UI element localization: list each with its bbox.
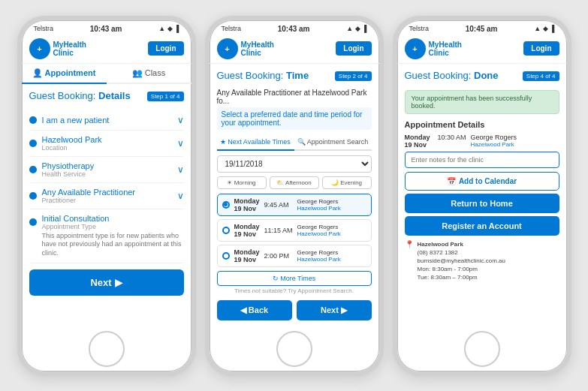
slot-item-1[interactable]: Monday 19 Nov 11:15 AM George Rogers Haz… bbox=[217, 219, 372, 242]
form-item-appt-type[interactable]: Initial Consultation Appointment Type Th… bbox=[29, 209, 184, 263]
logo-2: + MyHealth Clinic bbox=[217, 38, 274, 59]
chevron-down-icon: ∨ bbox=[177, 138, 184, 149]
phone-1: Telstra 10:43 am ▲ ◆ ▐ + MyHealth Clinic… bbox=[17, 16, 196, 376]
time-filters: ☀ Morning ⛅ Afternoon 🌙 Evening bbox=[217, 176, 372, 189]
form-item-new-patient[interactable]: I am a new patient ∨ bbox=[29, 110, 184, 131]
star-icon: ★ bbox=[220, 138, 226, 146]
app-header-2: + MyHealth Clinic Login bbox=[210, 35, 379, 64]
location-pin-icon: 📍 bbox=[405, 240, 414, 248]
logo-icon-3: + bbox=[405, 38, 426, 59]
logo-3: + MyHealth Clinic bbox=[405, 38, 462, 59]
login-button-1[interactable]: Login bbox=[148, 41, 183, 56]
radio-1[interactable] bbox=[222, 227, 230, 234]
form-dot bbox=[29, 140, 37, 147]
appt-details-heading: Appointment Details bbox=[405, 120, 559, 129]
time-tab-bar: ★ Next Available Times 🔍 Appointment Sea… bbox=[217, 134, 372, 151]
return-home-button[interactable]: Return to Home bbox=[405, 194, 559, 213]
carrier-1: Telstra bbox=[34, 25, 54, 32]
chevron-down-icon: ∨ bbox=[177, 164, 184, 175]
app-header-1: + MyHealth Clinic Login bbox=[22, 35, 191, 64]
logo-icon-2: + bbox=[217, 38, 238, 59]
screen-body-2: Guest Booking: Time Step 2 of 4 Any Avai… bbox=[210, 64, 379, 326]
battery-icons-2: ▲ ◆ ▐ bbox=[346, 25, 366, 32]
slot-list: Monday 19 Nov 9:45 AM George Rogers Haze… bbox=[217, 194, 372, 268]
slot-item-0[interactable]: Monday 19 Nov 9:45 AM George Rogers Haze… bbox=[217, 194, 372, 216]
not-suitable-text: Times not suitable? Try Appointment Sear… bbox=[217, 287, 372, 294]
search-icon: 🔍 bbox=[297, 138, 306, 146]
phone-3-content: + MyHealth Clinic Login Guest Booking: D… bbox=[397, 35, 567, 326]
step-badge-3: Step 4 of 4 bbox=[523, 71, 559, 81]
logo-1: + MyHealth Clinic bbox=[29, 38, 86, 59]
success-banner: Your appointment has been successfully b… bbox=[405, 90, 559, 114]
tab-appointment-search[interactable]: 🔍 Appointment Search bbox=[294, 134, 372, 151]
time-2: 10:43 am bbox=[278, 25, 310, 33]
notes-input[interactable] bbox=[405, 152, 559, 168]
chevron-down-icon: ∨ bbox=[177, 191, 184, 201]
step-badge-2: Step 2 of 4 bbox=[335, 71, 372, 81]
radio-0[interactable] bbox=[222, 201, 230, 209]
booking-heading-2: Guest Booking: Time bbox=[217, 70, 309, 81]
home-button-1[interactable] bbox=[89, 331, 125, 367]
phone-2: Telstra 10:43 am ▲ ◆ ▐ + MyHealth Clinic… bbox=[205, 16, 384, 376]
more-times-button[interactable]: ↻ More Times bbox=[217, 271, 372, 286]
login-button-3[interactable]: Login bbox=[523, 41, 559, 56]
home-button-3[interactable] bbox=[464, 331, 500, 367]
next-button-2[interactable]: Next ▶ bbox=[297, 300, 372, 320]
group-icon: 👥 bbox=[132, 68, 143, 78]
phones-container: Telstra 10:43 am ▲ ◆ ▐ + MyHealth Clinic… bbox=[5, 4, 583, 388]
add-calendar-button[interactable]: 📅 Add to Calendar bbox=[405, 172, 559, 191]
logo-icon-1: + bbox=[29, 38, 50, 59]
form-item-service[interactable]: Physiotherapy Health Service ∨ bbox=[29, 157, 184, 183]
back-next-bar: ◀ Back Next ▶ bbox=[217, 300, 372, 320]
register-account-button[interactable]: Register an Account bbox=[405, 216, 559, 236]
select-text: Select a preferred date and time period … bbox=[217, 107, 372, 130]
tab-bar-1: 👤 Appointment 👥 Class bbox=[22, 64, 191, 84]
date-select[interactable]: 19/11/2018 bbox=[217, 155, 372, 173]
cloud-icon: ⛅ bbox=[276, 179, 284, 186]
form-dot bbox=[29, 218, 37, 226]
home-button-2[interactable] bbox=[276, 331, 312, 367]
tab-next-available[interactable]: ★ Next Available Times bbox=[217, 134, 294, 151]
battery-icons-1: ▲ ◆ ▐ bbox=[158, 25, 179, 32]
status-bar-3: Telstra 10:45 am ▲ ◆ ▐ bbox=[397, 20, 567, 35]
logo-text-3: MyHealth Clinic bbox=[429, 41, 462, 57]
form-dot bbox=[29, 166, 37, 173]
carrier-3: Telstra bbox=[409, 25, 430, 32]
practitioner-text: Any Available Practitioner at Hazelwood … bbox=[217, 89, 372, 105]
tab-appointment[interactable]: 👤 Appointment bbox=[22, 64, 107, 84]
step-badge-1: Step 1 of 4 bbox=[147, 92, 184, 101]
booking-heading-1: Guest Booking: Details bbox=[29, 90, 131, 101]
form-dot bbox=[29, 116, 37, 124]
form-item-location[interactable]: Hazelwood Park Location ∨ bbox=[29, 131, 184, 157]
back-button[interactable]: ◀ Back bbox=[217, 300, 292, 320]
screen-body-3: Guest Booking: Done Step 4 of 4 Your app… bbox=[397, 64, 567, 326]
afternoon-filter[interactable]: ⛅ Afternoon bbox=[270, 176, 319, 189]
status-bar-1: Telstra 10:43 am ▲ ◆ ▐ bbox=[22, 20, 191, 35]
booking-heading-3: Guest Booking: Done bbox=[405, 70, 499, 81]
tab-class[interactable]: 👥 Class bbox=[107, 64, 191, 84]
chevron-down-icon: ∨ bbox=[177, 115, 184, 125]
evening-filter[interactable]: 🌙 Evening bbox=[322, 176, 372, 189]
next-button-1[interactable]: Next ▶ bbox=[29, 269, 184, 296]
logo-text-1: MyHealth Clinic bbox=[53, 41, 86, 57]
app-header-3: + MyHealth Clinic Login bbox=[397, 35, 567, 64]
phone-1-content: + MyHealth Clinic Login 👤 Appointment 👥 … bbox=[22, 35, 191, 326]
status-bar-2: Telstra 10:43 am ▲ ◆ ▐ bbox=[210, 20, 379, 35]
appt-detail-row: Monday 19 Nov 10:30 AM George Rogers Haz… bbox=[405, 134, 559, 149]
form-item-practitioner[interactable]: Any Available Practitioner Practitioner … bbox=[29, 183, 184, 209]
moon-icon: 🌙 bbox=[331, 179, 339, 186]
sun-icon: ☀ bbox=[227, 179, 232, 186]
time-1: 10:43 am bbox=[90, 25, 122, 33]
morning-filter[interactable]: ☀ Morning bbox=[217, 176, 267, 189]
calendar-icon: 📅 bbox=[447, 177, 456, 185]
form-dot bbox=[29, 192, 37, 200]
phone-2-content: + MyHealth Clinic Login Guest Booking: T… bbox=[210, 35, 379, 326]
phone-3: Telstra 10:45 am ▲ ◆ ▐ + MyHealth Clinic… bbox=[393, 16, 571, 376]
screen-body-1: Guest Booking: Details Step 1 of 4 I am … bbox=[22, 84, 191, 326]
login-button-2[interactable]: Login bbox=[336, 41, 371, 56]
clinic-info: 📍 Hazelwood Park (08) 8372 1382 burnside… bbox=[405, 240, 559, 282]
logo-text-2: MyHealth Clinic bbox=[241, 41, 274, 57]
slot-item-2[interactable]: Monday 19 Nov 2:00 PM George Rogers Haze… bbox=[217, 245, 372, 267]
time-3: 10:45 am bbox=[466, 25, 498, 33]
radio-2[interactable] bbox=[222, 252, 230, 260]
